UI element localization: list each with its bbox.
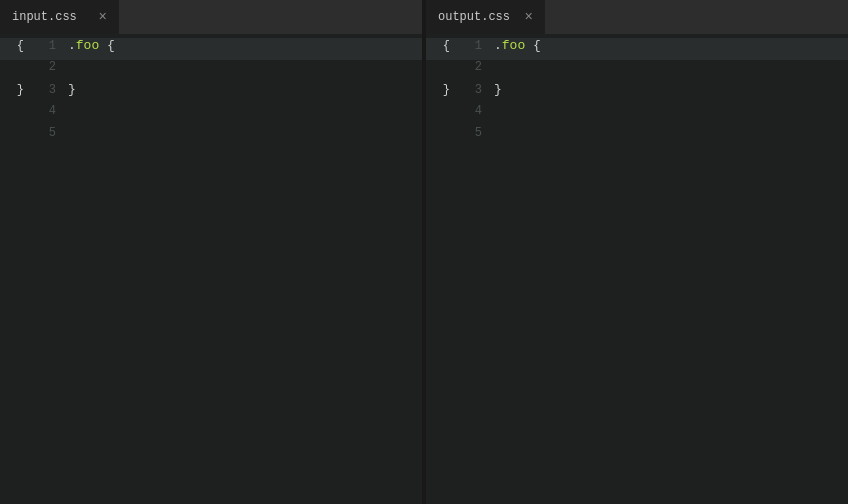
right-line-4-brace-placeholder: {	[426, 104, 458, 118]
left-line-5-number: 5	[32, 126, 64, 140]
right-line-4-number: 4	[458, 104, 490, 118]
left-line-3: } 3 }	[0, 82, 422, 104]
right-line-2: { 2	[426, 60, 848, 82]
left-line-2-number: 2	[32, 60, 64, 74]
left-pane: input.css × { 1 .foo { { 2 } 3 }	[0, 0, 426, 504]
left-line-5-brace-placeholder: {	[0, 126, 32, 140]
right-line-3-brace-close: }	[426, 83, 458, 97]
right-line-2-brace-placeholder: {	[426, 60, 458, 74]
left-tab-label: input.css	[12, 10, 91, 24]
right-line-5: { 5	[426, 126, 848, 148]
right-tab-label: output.css	[438, 10, 517, 24]
right-tab-rest	[546, 0, 848, 34]
right-line-2-number: 2	[458, 60, 490, 74]
right-line-5-number: 5	[458, 126, 490, 140]
editor-container: input.css × { 1 .foo { { 2 } 3 }	[0, 0, 848, 504]
left-line-3-brace-close: }	[0, 83, 32, 97]
right-pane: output.css × { 1 .foo { { 2 } 3 }	[426, 0, 848, 504]
left-line-4-brace-placeholder: {	[0, 104, 32, 118]
left-line-2: { 2	[0, 60, 422, 82]
left-line-4: { 4	[0, 104, 422, 126]
right-line-3-content: }	[490, 82, 502, 97]
left-code-area[interactable]: { 1 .foo { { 2 } 3 } { 4	[0, 34, 422, 504]
right-line-4: { 4	[426, 104, 848, 126]
right-tab-close-icon[interactable]: ×	[525, 10, 533, 24]
left-line-1: { 1 .foo {	[0, 38, 422, 60]
left-tab-close-icon[interactable]: ×	[99, 10, 107, 24]
left-line-1-number: 1	[32, 39, 64, 53]
right-line-1: { 1 .foo {	[426, 38, 848, 60]
right-tab-bar: output.css ×	[426, 0, 848, 34]
left-line-4-number: 4	[32, 104, 64, 118]
right-line-5-brace-placeholder: {	[426, 126, 458, 140]
right-code-area[interactable]: { 1 .foo { { 2 } 3 } { 4	[426, 34, 848, 504]
left-line-3-number: 3	[32, 83, 64, 97]
right-line-3: } 3 }	[426, 82, 848, 104]
right-line-1-content: .foo {	[490, 38, 541, 53]
right-tab[interactable]: output.css ×	[426, 0, 546, 34]
left-tab-bar: input.css ×	[0, 0, 422, 34]
left-line-3-content: }	[64, 82, 76, 97]
left-line-1-content: .foo {	[64, 38, 115, 53]
left-line-1-brace-open: {	[0, 39, 32, 53]
left-line-5: { 5	[0, 126, 422, 148]
left-tab[interactable]: input.css ×	[0, 0, 120, 34]
left-tab-rest	[120, 0, 422, 34]
right-line-3-number: 3	[458, 83, 490, 97]
right-line-1-number: 1	[458, 39, 490, 53]
left-line-2-brace-placeholder: {	[0, 60, 32, 74]
right-line-1-brace-open: {	[426, 39, 458, 53]
